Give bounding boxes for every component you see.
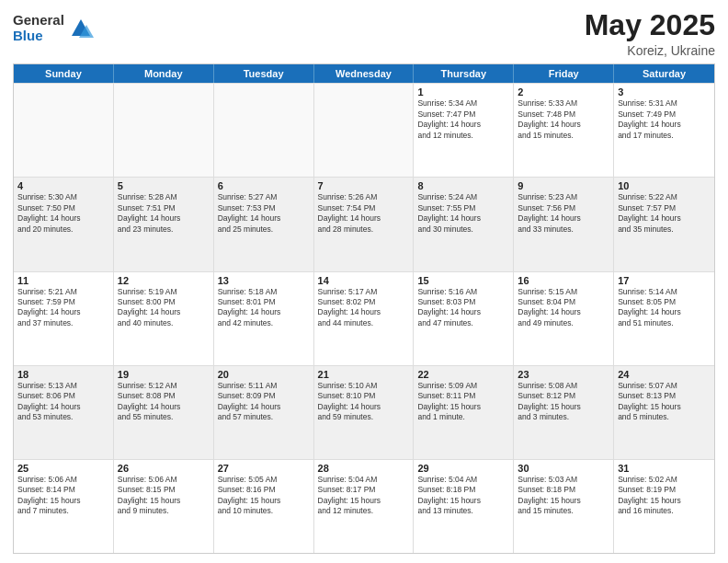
cell-info: Sunrise: 5:26 AMSunset: 7:54 PMDaylight:… xyxy=(318,192,410,235)
cal-cell: 19Sunrise: 5:12 AMSunset: 8:08 PMDayligh… xyxy=(114,366,214,459)
logo-text: General Blue xyxy=(13,13,64,43)
day-number: 27 xyxy=(218,463,310,474)
cal-cell: 31Sunrise: 5:02 AMSunset: 8:19 PMDayligh… xyxy=(614,460,714,553)
day-number: 18 xyxy=(17,369,109,380)
day-number: 15 xyxy=(417,275,509,286)
cal-cell: 16Sunrise: 5:15 AMSunset: 8:04 PMDayligh… xyxy=(514,272,614,365)
month-year: May 2025 xyxy=(585,9,715,41)
day-number: 8 xyxy=(417,180,509,191)
cal-cell: 6Sunrise: 5:27 AMSunset: 7:53 PMDaylight… xyxy=(214,178,314,270)
day-number: 4 xyxy=(17,180,109,191)
cal-cell: 24Sunrise: 5:07 AMSunset: 8:13 PMDayligh… xyxy=(614,366,714,459)
cal-cell xyxy=(14,84,114,177)
cell-info: Sunrise: 5:31 AMSunset: 7:49 PMDaylight:… xyxy=(618,98,711,141)
day-number: 31 xyxy=(618,463,711,474)
cal-cell: 10Sunrise: 5:22 AMSunset: 7:57 PMDayligh… xyxy=(614,178,714,270)
cal-cell: 8Sunrise: 5:24 AMSunset: 7:55 PMDaylight… xyxy=(414,178,514,270)
calendar-row-2: 11Sunrise: 5:21 AMSunset: 7:59 PMDayligh… xyxy=(14,271,714,365)
page: General Blue May 2025 Koreiz, Ukraine Su… xyxy=(0,0,728,563)
cell-info: Sunrise: 5:03 AMSunset: 8:18 PMDaylight:… xyxy=(518,475,609,517)
location: Koreiz, Ukraine xyxy=(585,43,715,58)
header-day-monday: Monday xyxy=(114,64,214,83)
cal-cell: 22Sunrise: 5:09 AMSunset: 8:11 PMDayligh… xyxy=(414,366,514,459)
day-number: 29 xyxy=(417,463,509,474)
cal-cell: 15Sunrise: 5:16 AMSunset: 8:03 PMDayligh… xyxy=(414,272,514,365)
cell-info: Sunrise: 5:18 AMSunset: 8:01 PMDaylight:… xyxy=(218,287,310,329)
cal-cell: 29Sunrise: 5:04 AMSunset: 8:18 PMDayligh… xyxy=(414,460,514,553)
cell-info: Sunrise: 5:15 AMSunset: 8:04 PMDaylight:… xyxy=(518,287,609,329)
day-number: 11 xyxy=(17,275,109,286)
cell-info: Sunrise: 5:23 AMSunset: 7:56 PMDaylight:… xyxy=(518,192,609,235)
cell-info: Sunrise: 5:07 AMSunset: 8:13 PMDaylight:… xyxy=(618,381,711,423)
day-number: 20 xyxy=(218,369,310,380)
logo-icon xyxy=(68,16,94,41)
calendar-row-1: 4Sunrise: 5:30 AMSunset: 7:50 PMDaylight… xyxy=(14,177,714,270)
day-number: 3 xyxy=(618,86,711,98)
cell-info: Sunrise: 5:16 AMSunset: 8:03 PMDaylight:… xyxy=(417,287,509,329)
cal-cell: 14Sunrise: 5:17 AMSunset: 8:02 PMDayligh… xyxy=(314,272,415,365)
cell-info: Sunrise: 5:08 AMSunset: 8:12 PMDaylight:… xyxy=(518,381,609,423)
cell-info: Sunrise: 5:05 AMSunset: 8:16 PMDaylight:… xyxy=(218,475,310,517)
header-day-friday: Friday xyxy=(514,64,614,83)
cal-cell: 27Sunrise: 5:05 AMSunset: 8:16 PMDayligh… xyxy=(214,460,314,553)
cal-cell: 9Sunrise: 5:23 AMSunset: 7:56 PMDaylight… xyxy=(514,178,614,270)
cal-cell: 26Sunrise: 5:06 AMSunset: 8:15 PMDayligh… xyxy=(114,460,214,553)
day-number: 5 xyxy=(118,180,210,191)
header-day-tuesday: Tuesday xyxy=(214,64,314,83)
cell-info: Sunrise: 5:34 AMSunset: 7:47 PMDaylight:… xyxy=(417,98,509,141)
calendar-body: 1Sunrise: 5:34 AMSunset: 7:47 PMDaylight… xyxy=(14,83,714,553)
cell-info: Sunrise: 5:11 AMSunset: 8:09 PMDaylight:… xyxy=(218,381,310,423)
day-number: 13 xyxy=(218,275,310,286)
cell-info: Sunrise: 5:09 AMSunset: 8:11 PMDaylight:… xyxy=(417,381,509,423)
cal-cell xyxy=(214,84,314,177)
calendar-row-4: 25Sunrise: 5:06 AMSunset: 8:14 PMDayligh… xyxy=(14,459,714,553)
cal-cell: 12Sunrise: 5:19 AMSunset: 8:00 PMDayligh… xyxy=(114,272,214,365)
day-number: 23 xyxy=(518,369,609,380)
day-number: 28 xyxy=(318,463,410,474)
cal-cell: 28Sunrise: 5:04 AMSunset: 8:17 PMDayligh… xyxy=(314,460,415,553)
cell-info: Sunrise: 5:30 AMSunset: 7:50 PMDaylight:… xyxy=(17,192,109,235)
cell-info: Sunrise: 5:04 AMSunset: 8:17 PMDaylight:… xyxy=(318,475,410,517)
day-number: 2 xyxy=(518,86,609,98)
cell-info: Sunrise: 5:02 AMSunset: 8:19 PMDaylight:… xyxy=(618,475,711,517)
cal-cell: 11Sunrise: 5:21 AMSunset: 7:59 PMDayligh… xyxy=(14,272,114,365)
logo-blue: Blue xyxy=(13,29,64,44)
cal-cell: 20Sunrise: 5:11 AMSunset: 8:09 PMDayligh… xyxy=(214,366,314,459)
cell-info: Sunrise: 5:17 AMSunset: 8:02 PMDaylight:… xyxy=(318,287,410,329)
day-number: 7 xyxy=(318,180,410,191)
cell-info: Sunrise: 5:12 AMSunset: 8:08 PMDaylight:… xyxy=(118,381,210,423)
cal-cell: 21Sunrise: 5:10 AMSunset: 8:10 PMDayligh… xyxy=(314,366,415,459)
cal-cell: 5Sunrise: 5:28 AMSunset: 7:51 PMDaylight… xyxy=(114,178,214,270)
day-number: 16 xyxy=(518,275,609,286)
logo: General Blue xyxy=(13,13,94,43)
cal-cell xyxy=(314,84,415,177)
title-block: May 2025 Koreiz, Ukraine xyxy=(585,9,715,58)
calendar-row-0: 1Sunrise: 5:34 AMSunset: 7:47 PMDaylight… xyxy=(14,83,714,177)
cell-info: Sunrise: 5:21 AMSunset: 7:59 PMDaylight:… xyxy=(17,287,109,329)
calendar-row-3: 18Sunrise: 5:13 AMSunset: 8:06 PMDayligh… xyxy=(14,365,714,459)
cell-info: Sunrise: 5:10 AMSunset: 8:10 PMDaylight:… xyxy=(318,381,410,423)
header-day-wednesday: Wednesday xyxy=(314,64,415,83)
calendar-header: SundayMondayTuesdayWednesdayThursdayFrid… xyxy=(14,64,714,83)
header-day-saturday: Saturday xyxy=(614,64,714,83)
header: General Blue May 2025 Koreiz, Ukraine xyxy=(13,9,715,58)
cal-cell: 25Sunrise: 5:06 AMSunset: 8:14 PMDayligh… xyxy=(14,460,114,553)
header-day-sunday: Sunday xyxy=(14,64,114,83)
cal-cell: 1Sunrise: 5:34 AMSunset: 7:47 PMDaylight… xyxy=(414,84,514,177)
day-number: 10 xyxy=(618,180,711,191)
day-number: 30 xyxy=(518,463,609,474)
cell-info: Sunrise: 5:13 AMSunset: 8:06 PMDaylight:… xyxy=(17,381,109,423)
day-number: 6 xyxy=(218,180,310,191)
calendar: SundayMondayTuesdayWednesdayThursdayFrid… xyxy=(13,63,715,554)
cell-info: Sunrise: 5:22 AMSunset: 7:57 PMDaylight:… xyxy=(618,192,711,235)
cal-cell: 18Sunrise: 5:13 AMSunset: 8:06 PMDayligh… xyxy=(14,366,114,459)
cell-info: Sunrise: 5:28 AMSunset: 7:51 PMDaylight:… xyxy=(118,192,210,235)
cal-cell: 2Sunrise: 5:33 AMSunset: 7:48 PMDaylight… xyxy=(514,84,614,177)
cal-cell xyxy=(114,84,214,177)
day-number: 12 xyxy=(118,275,210,286)
cell-info: Sunrise: 5:24 AMSunset: 7:55 PMDaylight:… xyxy=(417,192,509,235)
day-number: 21 xyxy=(318,369,410,380)
cell-info: Sunrise: 5:27 AMSunset: 7:53 PMDaylight:… xyxy=(218,192,310,235)
cal-cell: 17Sunrise: 5:14 AMSunset: 8:05 PMDayligh… xyxy=(614,272,714,365)
cell-info: Sunrise: 5:14 AMSunset: 8:05 PMDaylight:… xyxy=(618,287,711,329)
